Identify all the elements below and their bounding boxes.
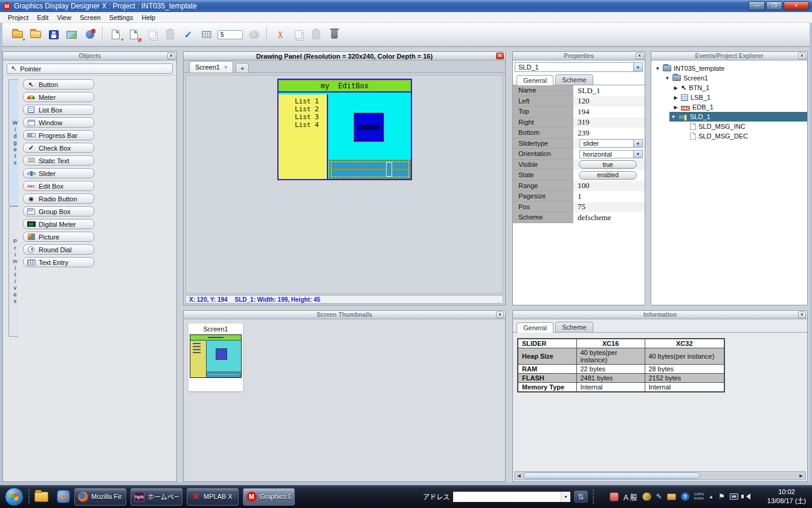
delete-icon[interactable] [327, 28, 341, 41]
menu-settings[interactable]: Settings [105, 13, 138, 22]
widget-digital-meter[interactable]: 88Digital Meter [23, 219, 94, 229]
orientation-dropdown[interactable]: horizontal▼ [579, 150, 643, 158]
explorer-quicklaunch-icon[interactable] [34, 492, 48, 502]
taskbar-clock[interactable]: 10:02 13/08/17 (土) [767, 487, 806, 506]
tree-item-screen1[interactable]: ▼Screen1 [651, 73, 807, 83]
grid-icon[interactable] [199, 28, 213, 41]
property-value[interactable]: 1 [573, 191, 645, 202]
delete-screen-icon[interactable]: ⊘ [127, 28, 141, 41]
expand-arrow-icon[interactable]: ▼ [671, 114, 676, 120]
ime-help-icon[interactable]: ? [681, 492, 689, 501]
caps-kana-indicator[interactable]: CAPS KANA [694, 492, 704, 501]
copy-screen-icon[interactable] [145, 28, 159, 41]
restore-button[interactable]: ❐ [766, 1, 782, 10]
property-value[interactable]: SLD_1 [573, 85, 645, 96]
menu-view[interactable]: View [53, 13, 76, 22]
widget-text-entry[interactable]: Text Entry [23, 257, 94, 267]
go-button[interactable]: ⇅ [574, 490, 588, 503]
scrollbar-thumb[interactable] [523, 472, 700, 479]
visible-toggle-button[interactable]: true [579, 160, 637, 169]
close-button[interactable]: × [784, 1, 809, 10]
menu-screen[interactable]: Screen [76, 13, 105, 22]
scroll-right-icon[interactable]: ▶ [797, 474, 805, 478]
widget-meter[interactable]: Meter [23, 92, 94, 102]
explorer-close-icon[interactable]: × [798, 53, 806, 59]
taskbar-button-hpb[interactable]: hpb ホームペー... [130, 488, 182, 506]
collapse-arrow-icon[interactable]: ▶ [673, 105, 678, 110]
tab-scheme[interactable]: Scheme [555, 322, 593, 332]
widget-progress-bar[interactable]: Progress Bar [23, 130, 94, 140]
network-icon[interactable] [730, 493, 738, 500]
taskbar-button-mplab[interactable]: ✕ MPLAB X I... [187, 488, 239, 506]
slidertype-dropdown[interactable]: slider▼ [579, 139, 643, 148]
objects-close-icon[interactable]: × [167, 53, 175, 59]
chevron-down-icon[interactable]: ▼ [633, 140, 642, 147]
tree-item-project[interactable]: ▼INT035_template [651, 63, 807, 73]
widget-list-box[interactable]: List Box [23, 105, 94, 115]
paste-screen-icon[interactable] [163, 28, 177, 41]
menu-project[interactable]: Project [4, 13, 33, 22]
widget-picture[interactable]: Picture [23, 232, 94, 242]
expand-arrow-icon[interactable]: ▼ [655, 66, 660, 71]
property-value[interactable]: 239 [573, 128, 645, 138]
tab-close-icon[interactable]: × [224, 64, 227, 70]
new-screen-icon[interactable]: + [109, 28, 123, 41]
copy-icon[interactable] [291, 28, 305, 41]
tree-item-sld1-selected[interactable]: ▼SLD_1 [669, 112, 807, 122]
widget-radio-button[interactable]: Radio Button [23, 194, 94, 204]
widget-slider[interactable]: Slider [23, 168, 94, 178]
taskbar-button-gdd[interactable]: M Graphics D... [243, 488, 295, 506]
widget-group-box[interactable]: Group Box [23, 206, 94, 217]
validate-icon[interactable]: ✓ [181, 28, 195, 41]
volume-icon[interactable] [743, 493, 750, 500]
widget-window[interactable]: Window [23, 117, 94, 128]
ime-mode-indicator[interactable]: A 般 [624, 492, 637, 502]
object-selector-dropdown[interactable]: SLD_1 ▼ [515, 62, 643, 72]
cut-icon[interactable]: ✂ [274, 28, 287, 42]
tab-scheme[interactable]: Scheme [555, 74, 593, 85]
widget-round-dial[interactable]: Round Dial [23, 244, 94, 255]
property-value[interactable]: defscheme [573, 212, 645, 223]
start-button[interactable] [5, 487, 24, 506]
chevron-down-icon[interactable]: ▼ [633, 63, 642, 71]
address-input[interactable] [453, 492, 561, 502]
grid-size-input[interactable] [218, 30, 243, 39]
add-screen-tab-button[interactable]: + [236, 63, 249, 73]
tab-screen1[interactable]: Screen1 × [189, 61, 233, 73]
expand-arrow-icon[interactable]: ▼ [665, 76, 670, 81]
tab-general[interactable]: General [517, 75, 553, 85]
menu-edit[interactable]: Edit [33, 13, 53, 22]
listbox-widget-LSB_1[interactable]: List 1 List 2 List 3 List 4 [279, 94, 328, 179]
address-combo[interactable]: ▼ [453, 491, 571, 503]
collapse-arrow-icon[interactable]: ▶ [673, 85, 678, 91]
widget-static-text[interactable]: Static Text [23, 155, 94, 166]
tab-general[interactable]: General [517, 322, 553, 333]
properties-close-icon[interactable]: × [636, 53, 643, 59]
ime-palette-icon[interactable] [642, 492, 651, 501]
tab-widgets[interactable]: Widgets [8, 79, 18, 206]
drawing-canvas[interactable]: my EditBox List 1 List 2 List 3 List 4 [185, 75, 503, 294]
ime-pen-icon[interactable]: ✎ [656, 492, 662, 501]
property-value[interactable]: 319 [573, 117, 645, 128]
property-value[interactable]: 100 [573, 181, 645, 192]
media-player-quicklaunch-icon[interactable] [57, 490, 70, 503]
taskbar-button-firefox[interactable]: Mozilla Fir... [74, 488, 126, 506]
editbox-widget-EDB_1[interactable]: my EditBox [279, 80, 411, 93]
state-toggle-button[interactable]: enabled [579, 171, 637, 180]
property-value[interactable]: 75 [573, 202, 645, 213]
collapse-arrow-icon[interactable]: ▶ [673, 95, 678, 100]
property-value[interactable]: 194 [573, 106, 645, 117]
information-close-icon[interactable]: × [798, 311, 806, 318]
thumbnails-close-icon[interactable]: × [496, 311, 504, 318]
drawing-close-icon[interactable]: × [496, 53, 504, 59]
property-value[interactable]: 120 [573, 96, 645, 107]
chevron-down-icon[interactable]: ▼ [561, 492, 570, 502]
show-hidden-icons-button[interactable]: ▲ [709, 494, 714, 500]
new-project-icon[interactable]: + [10, 28, 24, 41]
open-project-icon[interactable] [28, 28, 42, 41]
menu-help[interactable]: Help [137, 13, 160, 22]
tree-item-lsb1[interactable]: ▶LSB_1 [651, 93, 807, 102]
ime-toolbox-icon[interactable] [667, 493, 676, 500]
action-center-flag-icon[interactable]: ⚑ [718, 492, 725, 501]
widget-check-box[interactable]: Check Box [23, 143, 94, 153]
